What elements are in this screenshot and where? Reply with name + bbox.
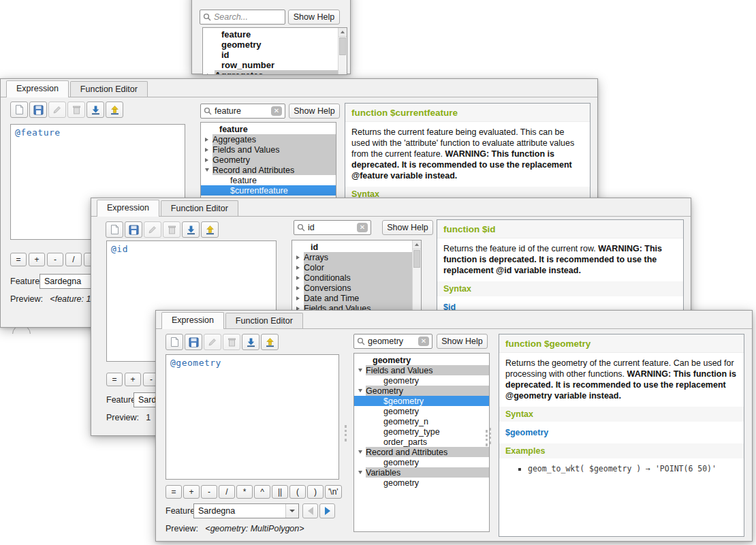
operator-button[interactable]: / xyxy=(219,485,235,499)
operator-button[interactable]: - xyxy=(47,253,63,266)
tree-item[interactable]: geometry xyxy=(354,375,489,386)
operator-button[interactable]: ( xyxy=(289,485,306,499)
tree-item[interactable]: geometry xyxy=(354,478,489,488)
tree-item[interactable]: feature xyxy=(201,124,336,134)
tree-group[interactable]: Conditionals xyxy=(292,272,421,283)
operator-button[interactable]: + xyxy=(125,373,141,386)
tab-expression[interactable]: Expression xyxy=(97,200,159,217)
new-expression-button[interactable] xyxy=(106,221,123,238)
search-input[interactable] xyxy=(368,337,415,346)
expression-editor[interactable]: @geometry xyxy=(166,354,339,480)
tab-expression[interactable]: Expression xyxy=(6,80,69,97)
expander-expanded-icon[interactable] xyxy=(354,365,366,375)
search-input[interactable] xyxy=(214,12,282,22)
show-help-button[interactable]: Show Help xyxy=(288,10,340,25)
tree-item[interactable]: geometry xyxy=(354,457,489,467)
tree-item[interactable]: geometry xyxy=(354,355,489,365)
expander-collapsed-icon[interactable] xyxy=(292,293,304,303)
clear-search-icon[interactable]: ✕ xyxy=(357,223,368,232)
tree-item[interactable]: geometry xyxy=(354,406,489,416)
tab-function-editor[interactable]: Function Editor xyxy=(161,200,238,216)
tree-group[interactable]: Record and Attributes xyxy=(354,447,489,457)
tree-group[interactable]: Record and Attributes xyxy=(201,165,336,175)
tree-group[interactable]: Date and Time xyxy=(292,293,421,303)
show-help-button[interactable]: Show Help xyxy=(382,220,433,235)
operator-button[interactable]: / xyxy=(65,253,82,266)
expander-expanded-icon[interactable] xyxy=(354,467,366,478)
expander-collapsed-icon[interactable] xyxy=(203,70,215,75)
export-expressions-button[interactable] xyxy=(261,334,279,350)
tree-group[interactable]: Geometry xyxy=(201,155,336,165)
tree-item[interactable]: feature xyxy=(201,175,336,185)
scroll-thumb[interactable] xyxy=(413,250,420,268)
operator-button[interactable]: - xyxy=(201,485,217,499)
expander-expanded-icon[interactable] xyxy=(201,165,212,175)
list-item[interactable]: geometry xyxy=(203,40,347,50)
expander-collapsed-icon[interactable] xyxy=(201,134,212,144)
operator-button[interactable]: = xyxy=(166,485,182,499)
delete-expression-button[interactable] xyxy=(163,221,180,238)
expander-collapsed-icon[interactable] xyxy=(292,262,304,272)
show-help-button[interactable]: Show Help xyxy=(289,104,340,119)
import-expressions-button[interactable] xyxy=(86,102,104,118)
feature-combobox[interactable]: Sardegna xyxy=(193,503,299,518)
tree-item[interactable]: geometry_type xyxy=(354,426,489,437)
scrollbar[interactable] xyxy=(338,28,347,74)
tree-group[interactable]: Conversions xyxy=(292,283,421,293)
edit-expression-button[interactable] xyxy=(204,334,221,350)
expander-collapsed-icon[interactable] xyxy=(201,144,212,155)
delete-expression-button[interactable] xyxy=(223,334,240,350)
new-expression-button[interactable] xyxy=(10,102,28,118)
search-box[interactable] xyxy=(200,10,285,25)
operator-button[interactable]: + xyxy=(183,485,200,499)
tab-expression[interactable]: Expression xyxy=(161,312,224,329)
tree-item-selected[interactable]: $currentfeature xyxy=(201,185,336,196)
expander-collapsed-icon[interactable] xyxy=(292,252,304,262)
operator-button[interactable]: ) xyxy=(307,485,324,499)
import-expressions-button[interactable] xyxy=(182,221,200,238)
operator-button[interactable]: ^ xyxy=(254,485,270,499)
save-expression-button[interactable] xyxy=(185,334,202,350)
splitter-handle[interactable] xyxy=(345,425,347,441)
list-item[interactable]: id xyxy=(203,50,347,60)
edit-expression-button[interactable] xyxy=(144,221,161,238)
export-expressions-button[interactable] xyxy=(201,221,219,238)
operator-button[interactable]: + xyxy=(29,253,45,266)
tree-group[interactable]: Fields and Values xyxy=(201,144,336,155)
expander-collapsed-icon[interactable] xyxy=(292,283,304,293)
operator-button[interactable]: || xyxy=(272,485,288,499)
list-item[interactable]: feature xyxy=(203,29,347,40)
operator-button[interactable]: = xyxy=(106,373,123,386)
expander-collapsed-icon[interactable] xyxy=(292,272,304,283)
save-expression-button[interactable] xyxy=(125,221,142,238)
scroll-thumb[interactable] xyxy=(339,37,346,55)
search-box[interactable]: ✕ xyxy=(200,104,285,119)
tree-item-selected[interactable]: $geometry xyxy=(354,396,489,406)
clear-search-icon[interactable]: ✕ xyxy=(271,106,282,116)
list-group[interactable]: Aggregates xyxy=(203,70,347,75)
tree-group[interactable]: Variables xyxy=(354,467,489,478)
scroll-up-icon[interactable] xyxy=(413,240,421,249)
delete-expression-button[interactable] xyxy=(67,102,85,118)
tree-group[interactable]: Fields and Values xyxy=(354,365,489,375)
search-input[interactable] xyxy=(215,106,268,116)
previous-feature-button[interactable] xyxy=(302,503,318,518)
import-expressions-button[interactable] xyxy=(242,334,259,350)
tree-item[interactable]: id xyxy=(292,242,421,252)
tree-group[interactable]: Color xyxy=(292,262,421,272)
new-expression-button[interactable] xyxy=(166,334,183,350)
operator-button[interactable]: = xyxy=(10,253,27,266)
clear-search-icon[interactable]: ✕ xyxy=(418,337,429,346)
tab-function-editor[interactable]: Function Editor xyxy=(225,313,303,328)
edit-expression-button[interactable] xyxy=(48,102,66,118)
expander-expanded-icon[interactable] xyxy=(354,386,366,396)
tree-item[interactable]: geometry_n xyxy=(354,416,489,426)
save-expression-button[interactable] xyxy=(29,102,47,118)
tree-item[interactable]: order_parts xyxy=(354,437,489,447)
show-help-button[interactable]: Show Help xyxy=(437,334,488,349)
expander-collapsed-icon[interactable] xyxy=(201,155,212,165)
tree-group[interactable]: Geometry xyxy=(354,386,489,396)
expander-expanded-icon[interactable] xyxy=(354,447,366,457)
export-expressions-button[interactable] xyxy=(106,102,123,118)
search-box[interactable]: ✕ xyxy=(353,334,432,349)
